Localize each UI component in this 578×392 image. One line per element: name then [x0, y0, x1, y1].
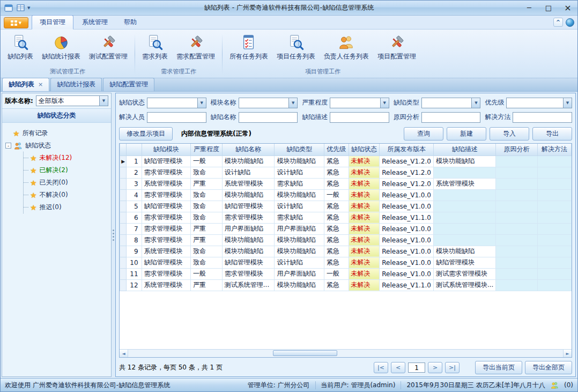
- cell-priority[interactable]: 紧急: [324, 212, 349, 223]
- row-indicator[interactable]: [120, 246, 127, 257]
- column-header-5[interactable]: 缺陷类型: [275, 144, 324, 156]
- filter-combo-severity[interactable]: ▼: [330, 98, 389, 108]
- tree-item-resolved[interactable]: ★已解决(2): [24, 164, 108, 176]
- table-row[interactable]: 10缺陷管理模块致命缺陷管理模块设计缺陷紧急未解决Release_V1.0.0缺…: [120, 257, 572, 268]
- cell-num[interactable]: 1: [127, 156, 142, 167]
- ribbon-button-requirement-config[interactable]: 需求配置管理: [173, 32, 219, 62]
- filter-input-defect-desc[interactable]: [330, 112, 389, 123]
- cell-module[interactable]: 需求管理模块: [142, 268, 190, 279]
- scroll-left-icon[interactable]: ◄: [120, 350, 128, 357]
- cell-release[interactable]: Release_V1.2.0: [380, 178, 434, 189]
- column-header-9[interactable]: 缺陷描述: [433, 144, 495, 156]
- collapse-expander-icon[interactable]: -: [5, 143, 11, 149]
- cell-type[interactable]: 模块功能缺陷: [275, 234, 324, 246]
- cell-release[interactable]: Release_V1.0.0: [380, 257, 434, 268]
- column-header-6[interactable]: 优先级: [324, 144, 349, 156]
- cell-module[interactable]: 缺陷管理模块: [142, 156, 190, 167]
- cell-num[interactable]: 9: [127, 246, 142, 257]
- filter-combo-priority[interactable]: ▼: [506, 98, 572, 108]
- cell-name[interactable]: 模块功能缺陷: [222, 156, 275, 167]
- tree-item-postponed[interactable]: ★推迟(0): [24, 201, 108, 213]
- table-row[interactable]: 9系统管理模块致命模块功能缺陷模块功能缺陷紧急未解决Release_V1.0.0…: [120, 246, 572, 257]
- cell-severity[interactable]: 致命: [190, 212, 222, 223]
- column-header-11[interactable]: 解决方法: [537, 144, 571, 156]
- tree-item-wont-fix[interactable]: ★不解决(0): [24, 189, 108, 201]
- cell-status[interactable]: 未解决: [349, 156, 380, 167]
- version-combo-dropdown-icon[interactable]: ▼: [99, 96, 108, 106]
- ribbon-button-test-config[interactable]: 测试配置管理: [85, 32, 131, 62]
- close-button[interactable]: ×: [558, 2, 577, 14]
- filter-input-resolver[interactable]: [147, 112, 206, 123]
- cell-name[interactable]: 系统管理模块: [222, 178, 275, 189]
- cell-solution[interactable]: [537, 178, 571, 189]
- table-row[interactable]: 5缺陷管理模块致命缺陷管理模块设计缺陷紧急未解决Release_V1.0.0: [120, 201, 572, 212]
- cell-name[interactable]: 用户界面缺陷: [222, 223, 275, 234]
- cell-release[interactable]: Release_V1.0.0: [380, 268, 434, 279]
- cell-type[interactable]: 设计缺陷: [275, 257, 324, 268]
- cell-priority[interactable]: 紧急: [324, 257, 349, 268]
- table-row[interactable]: 3系统管理模块严重系统管理模块需求缺陷紧急未解决Release_V1.2.0系统…: [120, 178, 572, 189]
- cell-solution[interactable]: [537, 246, 571, 257]
- cell-name[interactable]: 缺陷管理模块: [222, 201, 275, 212]
- cell-status[interactable]: 未解决: [349, 167, 380, 178]
- cell-module[interactable]: 需求管理模块: [142, 212, 190, 223]
- cell-module[interactable]: 缺陷管理模块: [142, 201, 190, 212]
- cell-status[interactable]: 未解决: [349, 234, 380, 246]
- chevron-down-icon[interactable]: ▼: [563, 98, 572, 108]
- filter-input-defect-name[interactable]: [239, 112, 298, 123]
- chevron-down-icon[interactable]: ▼: [288, 98, 297, 108]
- ribbon-button-project-config[interactable]: 项目配置管理: [374, 32, 420, 62]
- cell-desc[interactable]: 模块功能缺陷: [433, 156, 495, 167]
- cell-desc[interactable]: 缺陷管理模块: [433, 257, 495, 268]
- cell-priority[interactable]: 紧急: [324, 167, 349, 178]
- cell-type[interactable]: 模块功能缺陷: [275, 279, 324, 291]
- cell-solution[interactable]: [537, 167, 571, 178]
- cell-module[interactable]: 需求管理模块: [142, 167, 190, 178]
- cell-name[interactable]: 需求管理模块: [222, 268, 275, 279]
- tree-item-defect-status[interactable]: - 缺陷状态: [5, 139, 108, 152]
- ribbon-tab-system-management[interactable]: 系统管理: [75, 16, 115, 29]
- version-combo[interactable]: 全部版本 ▼: [36, 95, 108, 106]
- row-indicator[interactable]: [120, 189, 127, 201]
- cell-status[interactable]: 未解决: [349, 212, 380, 223]
- row-indicator[interactable]: [120, 178, 127, 189]
- ribbon-button-defect-report[interactable]: 缺陷统计报表: [38, 32, 84, 62]
- row-indicator[interactable]: [120, 257, 127, 268]
- export-current-page-button[interactable]: 导出当前页: [475, 361, 522, 374]
- cell-severity[interactable]: 严重: [190, 234, 222, 246]
- row-indicator[interactable]: ▶: [120, 156, 127, 167]
- cell-name[interactable]: 设计缺陷: [222, 167, 275, 178]
- table-row[interactable]: 4需求管理模块致命模块功能缺陷模块功能缺陷一般未解决Release_V1.0.0: [120, 189, 572, 201]
- cell-severity[interactable]: 致命: [190, 189, 222, 201]
- cell-desc[interactable]: [433, 189, 495, 201]
- cell-release[interactable]: Release_V1.0.0: [380, 234, 434, 246]
- filter-combo-defect-status[interactable]: ▼: [147, 98, 206, 108]
- minimize-button[interactable]: ─: [520, 2, 539, 14]
- cell-priority[interactable]: 紧急: [324, 223, 349, 234]
- filter-combo-module-name[interactable]: ▼: [239, 98, 298, 108]
- cell-priority[interactable]: 一般: [324, 268, 349, 279]
- cell-severity[interactable]: 致命: [190, 167, 222, 178]
- next-page-button[interactable]: >: [428, 362, 442, 373]
- grid-view-icon[interactable]: [16, 4, 25, 12]
- cell-name[interactable]: 缺陷管理模块: [222, 257, 275, 268]
- cell-type[interactable]: 需求缺陷: [275, 212, 324, 223]
- filter-input-cause-analysis[interactable]: [421, 112, 481, 123]
- new-button[interactable]: 新建: [447, 127, 486, 140]
- column-header-7[interactable]: 缺陷状态: [349, 144, 380, 156]
- tab-close-icon[interactable]: ×: [38, 81, 43, 88]
- cell-module[interactable]: 需求管理模块: [142, 223, 190, 234]
- cell-cause[interactable]: [496, 178, 537, 189]
- column-header-2[interactable]: 缺陷模块: [142, 144, 190, 156]
- row-indicator[interactable]: [120, 268, 127, 279]
- cell-name[interactable]: 模块功能缺陷: [222, 234, 275, 246]
- cell-module[interactable]: 系统管理模块: [142, 246, 190, 257]
- cell-module[interactable]: 系统管理模块: [142, 279, 190, 291]
- cell-desc[interactable]: 测试系统管理模块...: [433, 279, 495, 291]
- horizontal-scrollbar[interactable]: ◄ ►: [120, 349, 572, 357]
- ribbon-tab-help[interactable]: 帮助: [116, 16, 144, 29]
- cell-release[interactable]: Release_V1.2.0: [380, 156, 434, 167]
- cell-cause[interactable]: [496, 156, 537, 167]
- ribbon-button-all-task-list[interactable]: 所有任务列表: [226, 32, 272, 62]
- modify-display-items-button[interactable]: 修改显示项目: [119, 127, 173, 140]
